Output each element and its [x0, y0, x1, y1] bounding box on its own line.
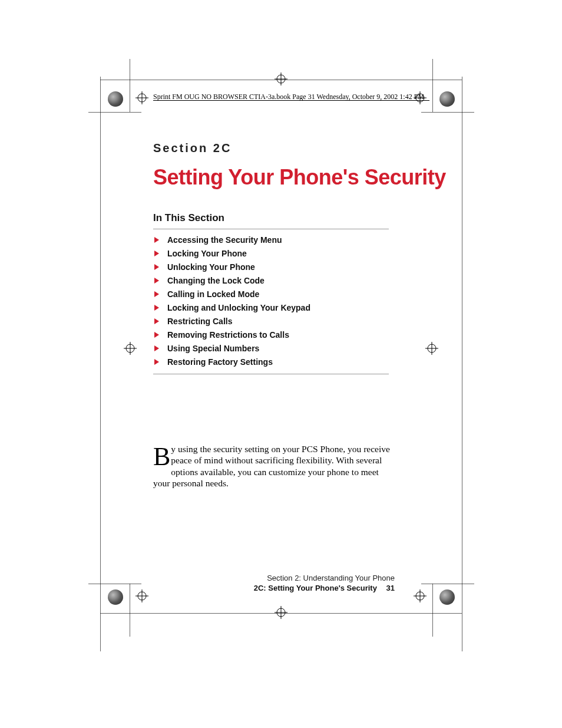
in-this-section: In This Section Accessing the Security M…: [153, 212, 389, 380]
registration-mark-top: [275, 73, 287, 85]
in-this-section-heading: In This Section: [153, 212, 389, 224]
bullet-arrow-icon: [154, 305, 159, 311]
toc-item-label: Locking and Unlocking Your Keypad: [167, 303, 310, 312]
body-text: y using the security setting on your PCS…: [153, 444, 390, 488]
tick-se-v: [432, 584, 433, 637]
corner-ornament-ne: [439, 91, 455, 107]
toc-item-label: Removing Restrictions to Calls: [167, 330, 289, 340]
toc-item-label: Unlocking Your Phone: [167, 262, 255, 272]
toc-item-label: Calling in Locked Mode: [167, 289, 259, 299]
crop-line-right: [462, 77, 462, 651]
dropcap: B: [153, 443, 171, 467]
toc-item: Locking and Unlocking Your Keypad: [153, 303, 389, 312]
page-footer: Section 2: Understanding Your Phone 2C: …: [153, 574, 395, 592]
bullet-arrow-icon: [154, 359, 159, 365]
body-paragraph: By using the security setting on your PC…: [153, 443, 395, 489]
registration-mark-se: [414, 589, 427, 602]
bullet-arrow-icon: [154, 318, 159, 324]
corner-ornament-nw: [108, 91, 123, 107]
toc-item: Unlocking Your Phone: [153, 262, 389, 272]
corner-ornament-se: [439, 589, 455, 605]
registration-mark-bottom: [275, 606, 287, 619]
footer-subtitle-line: 2C: Setting Your Phone's Security 31: [153, 584, 395, 592]
tick-nw-h: [88, 112, 141, 113]
toc-item: Changing the Lock Code: [153, 276, 389, 285]
bullet-arrow-icon: [154, 278, 159, 284]
registration-mark-left: [124, 342, 137, 355]
bullet-arrow-icon: [154, 291, 159, 297]
toc-item: Using Special Numbers: [153, 344, 389, 353]
toc-item-label: Locking Your Phone: [167, 249, 247, 258]
document-page: Sprint FM OUG NO BROWSER CTIA-3a.book Pa…: [0, 0, 562, 728]
section-label: Section 2C: [153, 141, 232, 155]
registration-mark-sw: [135, 589, 148, 602]
page-title: Setting Your Phone's Security: [153, 165, 446, 190]
page-number: 31: [386, 584, 395, 592]
tick-se-h: [421, 584, 474, 584]
footer-section-label: Section 2: Understanding Your Phone: [153, 574, 395, 582]
toc-item: Restoring Factory Settings: [153, 357, 389, 367]
bullet-arrow-icon: [154, 332, 159, 338]
corner-ornament-sw: [108, 589, 123, 605]
bullet-arrow-icon: [154, 345, 159, 351]
toc-item: Accessing the Security Menu: [153, 235, 389, 245]
bullet-arrow-icon: [154, 251, 159, 256]
running-header: Sprint FM OUG NO BROWSER CTIA-3a.book Pa…: [153, 93, 424, 101]
toc-item-label: Changing the Lock Code: [167, 276, 265, 285]
toc-item: Removing Restrictions to Calls: [153, 330, 389, 340]
bullet-arrow-icon: [154, 264, 159, 270]
tick-sw-v: [130, 584, 130, 637]
tick-ne-h: [421, 112, 474, 113]
footer-subtitle: 2C: Setting Your Phone's Security: [254, 584, 377, 592]
crop-line-left: [100, 77, 101, 651]
divider-top: [153, 229, 389, 229]
bullet-arrow-icon: [154, 237, 159, 243]
toc-item: Restricting Calls: [153, 317, 389, 326]
toc-item-label: Using Special Numbers: [167, 344, 259, 353]
toc-item: Locking Your Phone: [153, 249, 389, 258]
toc-item: Calling in Locked Mode: [153, 289, 389, 299]
tick-ne-v: [432, 59, 433, 112]
toc-item-label: Restoring Factory Settings: [167, 357, 273, 367]
toc-list: Accessing the Security Menu Locking Your…: [153, 235, 389, 367]
tick-nw-v: [130, 59, 130, 112]
registration-mark-right: [425, 342, 438, 355]
toc-item-label: Accessing the Security Menu: [167, 235, 282, 245]
tick-sw-h: [88, 584, 141, 584]
divider-bottom: [153, 374, 389, 374]
registration-mark-nw: [135, 91, 148, 104]
toc-item-label: Restricting Calls: [167, 317, 232, 326]
